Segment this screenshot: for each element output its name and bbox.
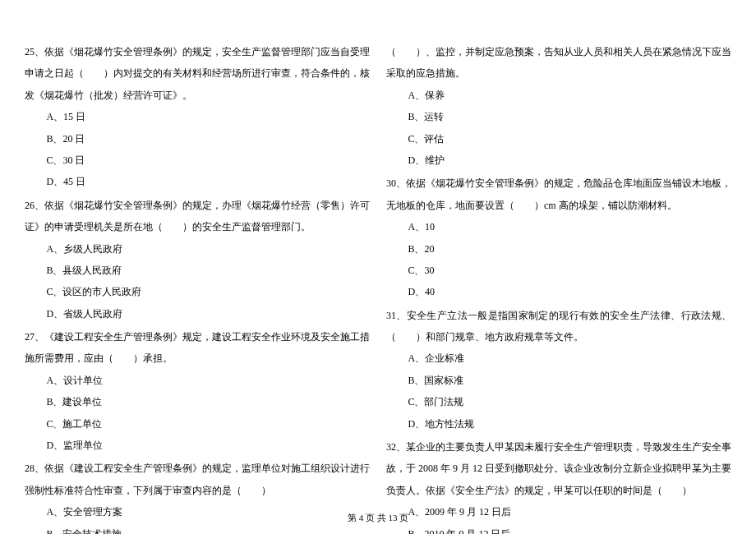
option-d: D、地方性法规	[386, 413, 731, 435]
question-text: 30、依据《烟花爆竹安全管理条例》的规定，危险品仓库地面应当铺设木地板，无地板的…	[386, 173, 731, 216]
option-b: B、建设单位	[25, 391, 370, 412]
option-a: A、保养	[386, 85, 731, 106]
question-text: 25、依据《烟花爆竹安全管理条例》的规定，安全生产监督管理部门应当自受理申请之日…	[25, 41, 370, 106]
option-c: C、施工单位	[25, 413, 370, 435]
option-b: B、安全技术措施	[25, 523, 370, 534]
question-30: 30、依据《烟花爆竹安全管理条例》的规定，危险品仓库地面应当铺设木地板，无地板的…	[386, 173, 731, 302]
question-text: 32、某企业的主要负责人甲某因未履行安全生产管理职责，导致发生生产安全事故，于 …	[386, 436, 731, 501]
right-column: （ ）、监控，并制定应急预案，告知从业人员和相关人员在紧急情况下应当采取的应急措…	[386, 41, 731, 534]
option-c: C、评估	[386, 128, 731, 150]
option-b: B、运转	[386, 106, 731, 127]
question-26: 26、依据《烟花爆竹安全管理条例》的规定，办理《烟花爆竹经营（零售）许可证》的申…	[25, 195, 370, 325]
question-text: 27、《建设工程安全生产管理条例》规定，建设工程安全作业环境及安全施工措施所需费…	[25, 326, 370, 370]
option-a: A、15 日	[25, 106, 370, 127]
option-c: C、30	[386, 260, 731, 281]
option-a: A、10	[386, 216, 731, 237]
option-b: B、20 日	[25, 128, 370, 150]
option-d: D、40	[386, 281, 731, 302]
option-d: D、维护	[386, 150, 731, 171]
question-text: 31、安全生产立法一般是指国家制定的现行有效的安全生产法律、行政法规、（ ）和部…	[386, 305, 731, 348]
option-d: D、省级人民政府	[25, 303, 370, 325]
left-column: 25、依据《烟花爆竹安全管理条例》的规定，安全生产监督管理部门应当自受理申请之日…	[25, 41, 370, 534]
option-b: B、20	[386, 238, 731, 260]
option-d: D、45 日	[25, 171, 370, 192]
question-25: 25、依据《烟花爆竹安全管理条例》的规定，安全生产监督管理部门应当自受理申请之日…	[25, 41, 370, 193]
question-29-continued: （ ）、监控，并制定应急预案，告知从业人员和相关人员在紧急情况下应当采取的应急措…	[386, 41, 731, 171]
question-31: 31、安全生产立法一般是指国家制定的现行有效的安全生产法律、行政法规、（ ）和部…	[386, 305, 731, 435]
option-c: C、部门法规	[386, 391, 731, 412]
question-text: 28、依据《建设工程安全生产管理条例》的规定，监理单位对施工组织设计进行强制性标…	[25, 458, 370, 501]
option-b: B、县级人民政府	[25, 260, 370, 281]
question-27: 27、《建设工程安全生产管理条例》规定，建设工程安全作业环境及安全施工措施所需费…	[25, 326, 370, 456]
option-b: B、2010 年 9 月 12 日后	[386, 523, 731, 534]
option-d: D、监理单位	[25, 435, 370, 456]
option-c: C、设区的市人民政府	[25, 281, 370, 302]
question-text: （ ）、监控，并制定应急预案，告知从业人员和相关人员在紧急情况下应当采取的应急措…	[386, 41, 731, 85]
option-c: C、30 日	[25, 150, 370, 171]
question-text: 26、依据《烟花爆竹安全管理条例》的规定，办理《烟花爆竹经营（零售）许可证》的申…	[25, 195, 370, 238]
page-footer: 第 4 页 共 13 页	[0, 512, 756, 524]
option-a: A、企业标准	[386, 348, 731, 369]
option-a: A、乡级人民政府	[25, 238, 370, 260]
option-a: A、设计单位	[25, 370, 370, 391]
option-b: B、国家标准	[386, 370, 731, 391]
